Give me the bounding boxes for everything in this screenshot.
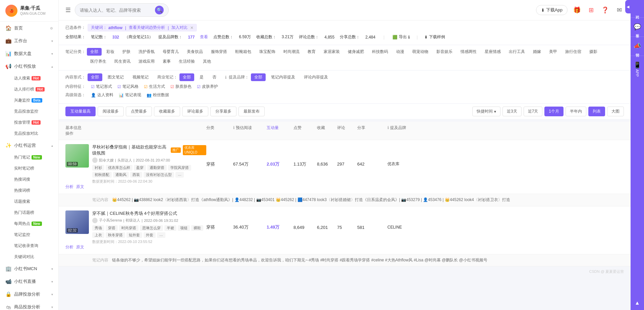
- cat-btn-trend[interactable]: 时尚潮流: [280, 48, 303, 56]
- download-sample-button[interactable]: ⬇ 下载样例: [424, 34, 445, 40]
- nav-note-collection[interactable]: 笔记收录查询: [0, 240, 58, 251]
- analyze-link-2[interactable]: 分析: [65, 244, 73, 250]
- nav-kol-search[interactable]: 达人搜索 Hot: [0, 73, 58, 84]
- compare-link[interactable]: 加入对比: [171, 25, 187, 30]
- hamburger-button[interactable]: ☰: [65, 6, 71, 14]
- nav-note-monitor[interactable]: 笔记监控: [0, 229, 58, 240]
- nav-product-ad[interactable]: 🛍 商品投放分析 ▾: [0, 301, 58, 310]
- tag[interactable]: 上衣: [92, 232, 104, 238]
- nav-ad-manage[interactable]: 投放管理 Hot: [0, 117, 58, 128]
- brand-note-btn[interactable]: 笔记内容提及: [268, 73, 299, 81]
- cat-btn-games[interactable]: 游戏应用: [135, 58, 158, 65]
- advanced-kol-profile[interactable]: 👤 达人资料: [91, 92, 113, 98]
- tag[interactable]: 西装: [130, 172, 142, 178]
- see-brands-link[interactable]: 查看: [200, 34, 208, 40]
- nav-workspace[interactable]: 💼 工作台 ▾: [0, 35, 58, 47]
- gift-icon[interactable]: 🎁: [572, 5, 582, 15]
- analyze-link-1[interactable]: 分析: [65, 184, 73, 190]
- feature-note-style[interactable]: ☑ 笔记风格: [117, 84, 139, 89]
- tag[interactable]: …: [175, 172, 184, 178]
- cat-btn-food[interactable]: 美食饮品: [183, 48, 206, 56]
- export-button[interactable]: 🟩 导出 ℹ: [392, 34, 410, 40]
- nav-live[interactable]: 📹 小红书直播 ▾: [0, 275, 58, 288]
- trend-analysis-link[interactable]: 查看关键词趋势分析: [129, 25, 165, 30]
- tag[interactable]: 秀场: [92, 225, 104, 231]
- right-bar-service[interactable]: 💬 客服: [631, 18, 644, 37]
- tag[interactable]: 优衣库怎么样: [106, 165, 132, 171]
- view-grid-btn[interactable]: 大图: [607, 107, 624, 116]
- cat-btn-entertainment[interactable]: 影音娱乐: [433, 48, 456, 56]
- format-all-btn[interactable]: 全部: [88, 73, 102, 81]
- cat-btn-travel-tools[interactable]: 出行工具: [505, 48, 528, 56]
- tag[interactable]: 衬衫: [92, 165, 104, 171]
- cat-btn-anime[interactable]: 动漫: [393, 48, 408, 56]
- original-link-2[interactable]: 原文: [76, 244, 84, 250]
- cat-btn-all[interactable]: 全部: [87, 48, 102, 56]
- feature-lifestyle[interactable]: ☑ 生活方式: [144, 84, 165, 89]
- grid-icon[interactable]: ⊞: [586, 5, 596, 15]
- download-app-button[interactable]: ⬇ 下载App: [536, 5, 568, 15]
- business-yes-btn[interactable]: 是: [196, 73, 207, 81]
- sort-saves-btn[interactable]: 收藏最多: [154, 107, 180, 116]
- feature-skin-type[interactable]: ☑ 肤质肤色: [170, 84, 192, 89]
- nav-xhs-ops[interactable]: ✨ 小红书运营 ▴: [0, 139, 58, 152]
- tag[interactable]: 秋冬穿搭: [106, 232, 125, 238]
- time-3d-btn[interactable]: 近3天: [502, 107, 522, 116]
- cat-btn-other[interactable]: 其他: [200, 58, 214, 65]
- cat-btn-wedding[interactable]: 婚嫁: [530, 48, 544, 56]
- question-icon[interactable]: ❓: [600, 5, 610, 15]
- nav-brand-ad[interactable]: 🔒 品牌投放分析 ▾: [0, 288, 58, 301]
- search-input[interactable]: [80, 8, 152, 13]
- nav-keyword-compare[interactable]: 关键词对比: [0, 251, 58, 262]
- tag[interactable]: 半裙: [164, 225, 176, 231]
- cat-btn-photo[interactable]: 摄影: [586, 48, 601, 56]
- sort-shares-btn[interactable]: 分享最多: [210, 107, 236, 116]
- tag[interactable]: 没有衬衫怎么型: [144, 172, 174, 178]
- business-all-btn[interactable]: 全部: [179, 73, 194, 81]
- cat-btn-makeup[interactable]: 彩妆: [103, 48, 118, 56]
- close-filter-icon[interactable]: ✕: [190, 25, 194, 30]
- feature-skin-care[interactable]: ☑ 皮肤养护: [197, 84, 218, 89]
- format-video-btn[interactable]: 视频笔记: [129, 73, 152, 81]
- right-bar-marketing[interactable]: 📣 营销: [631, 37, 644, 56]
- sort-reads-btn[interactable]: 阅读最多: [98, 107, 124, 116]
- nav-home[interactable]: 🏠 首页 ⚙: [0, 22, 58, 35]
- cat-btn-skincare[interactable]: 护肤: [119, 48, 134, 56]
- time-7d-btn[interactable]: 近7天: [524, 107, 543, 116]
- cat-btn-haircare[interactable]: 洗护香氛: [135, 48, 158, 56]
- tag[interactable]: 思琳怎么穿: [140, 225, 163, 231]
- tag[interactable]: 外套: [144, 232, 156, 238]
- tag[interactable]: 通勤风: [113, 172, 129, 178]
- nav-hot-search-rank[interactable]: 热搜词榜: [0, 185, 58, 196]
- toggle-compare-btn[interactable]: ◀: [625, 0, 631, 13]
- nav-mcn[interactable]: 🏢 小红书MCN ▾: [0, 262, 58, 275]
- original-link-1[interactable]: 原文: [76, 184, 84, 190]
- cat-btn-nails[interactable]: 美甲: [546, 48, 560, 56]
- time-1m-btn[interactable]: 1个月: [544, 107, 564, 116]
- sort-interaction-btn[interactable]: 互动量最高: [65, 107, 96, 116]
- tag[interactable]: …: [157, 232, 165, 238]
- view-list-btn[interactable]: 列表: [588, 107, 605, 116]
- cat-btn-events[interactable]: 素事: [159, 58, 174, 65]
- sort-comments-btn[interactable]: 评论最多: [182, 107, 208, 116]
- time-half-year-btn[interactable]: 半年内: [566, 107, 586, 116]
- nav-data[interactable]: 📊 数据大盘 ▾: [0, 47, 58, 60]
- tag[interactable]: 项链: [178, 225, 190, 231]
- cat-btn-fitness[interactable]: 健身减肥: [344, 48, 367, 56]
- nav-hot-topic-rank[interactable]: 热门话题榜: [0, 207, 58, 218]
- settings-icon[interactable]: ⚙: [50, 26, 53, 30]
- brand-comment-btn[interactable]: 评论内容提及: [301, 73, 331, 81]
- tag[interactable]: 初秋搭配: [92, 172, 112, 178]
- mail-icon[interactable]: ✉: [614, 5, 624, 15]
- cat-btn-pets[interactable]: 萌宠动物: [409, 48, 432, 56]
- format-image-btn[interactable]: 图文笔记: [104, 73, 127, 81]
- tag[interactable]: 短外套: [126, 232, 142, 238]
- cat-btn-emotion[interactable]: 情感两性: [457, 48, 480, 56]
- tag[interactable]: 盈穿: [134, 165, 146, 171]
- advanced-note-performance[interactable]: 📊 笔记表现: [119, 92, 141, 98]
- sort-likes-btn[interactable]: 点赞最多: [126, 107, 152, 116]
- sort-latest-btn[interactable]: 最新发布: [238, 107, 265, 116]
- cat-btn-baby[interactable]: 母婴育儿: [159, 48, 182, 56]
- cat-btn-tech[interactable]: 科技数码: [369, 48, 391, 56]
- nav-xhs-ad[interactable]: 📢 小红书投放 ▴: [0, 60, 58, 73]
